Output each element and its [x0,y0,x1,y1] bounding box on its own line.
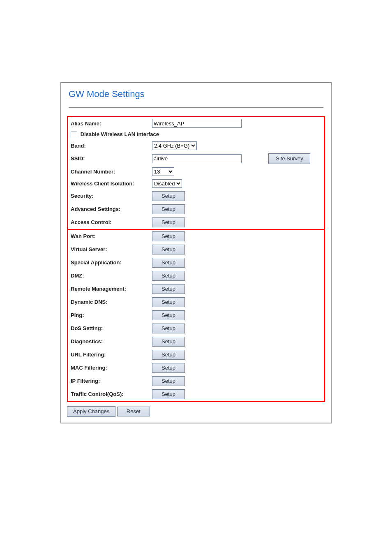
title-text: GW Mode Settings [69,89,145,99]
disable-wlan-label: Disable Wireless LAN Interface [81,131,159,137]
special-application-setup-button[interactable]: Setup [152,258,185,268]
ssid-label: SSID: [68,152,150,166]
ping-setup-button[interactable]: Setup [152,310,185,320]
dynamic-dns-label: Dynamic DNS: [68,296,150,309]
dmz-label: DMZ: [68,269,150,282]
ping-label: Ping: [68,309,150,322]
isolation-label: Wireless Client Isolation: [68,178,150,190]
ip-filtering-label: IP Filtering: [68,375,150,388]
channel-label: Channel Number: [68,166,150,178]
apply-changes-button[interactable]: Apply Changes [67,406,115,417]
mac-filtering-label: MAC Filtering: [68,361,150,375]
gw-mode-settings-panel: GW Mode Settings Alias Name: Disable [60,82,332,423]
url-filtering-label: URL Filtering: [68,348,150,361]
virtual-server-setup-button[interactable]: Setup [152,245,185,254]
remote-management-setup-button[interactable]: Setup [152,284,185,294]
isolation-select[interactable]: Disabled [152,179,182,188]
advanced-settings-setup-button[interactable]: Setup [152,204,185,214]
ssid-input[interactable] [152,154,242,163]
access-control-label: Access Control: [68,216,150,229]
dynamic-dns-setup-button[interactable]: Setup [152,297,185,307]
band-label: Band: [68,140,150,152]
security-label: Security: [68,190,150,203]
diagnostics-label: Diagnostics: [68,335,150,348]
special-application-label: Special Application: [68,256,150,269]
virtual-server-label: Virtual Server: [68,243,150,256]
wan-port-setup-button[interactable]: Setup [152,231,185,241]
mac-filtering-setup-button[interactable]: Setup [152,363,185,373]
band-select[interactable]: 2.4 GHz (B+G) [152,141,197,150]
footer-buttons: Apply Changes Reset [61,402,331,423]
highlighted-settings-area: Alias Name: Disable Wireless LAN Interfa… [67,116,325,402]
access-control-setup-button[interactable]: Setup [152,217,185,227]
channel-select[interactable]: 13 [152,167,174,176]
advanced-settings-label: Advanced Settings: [68,203,150,216]
alias-name-input[interactable] [152,119,242,128]
reset-button[interactable]: Reset [117,407,150,416]
wan-port-label: Wan Port: [68,229,150,243]
dos-setting-setup-button[interactable]: Setup [152,324,185,333]
ip-filtering-setup-button[interactable]: Setup [152,376,185,386]
disable-wlan-checkbox[interactable] [71,132,77,138]
dos-setting-label: DoS Setting: [68,322,150,335]
traffic-control-label: Traffic Control(QoS): [68,388,150,401]
diagnostics-setup-button[interactable]: Setup [152,337,185,347]
alias-name-label: Alias Name: [68,117,150,130]
remote-management-label: Remote Management: [68,282,150,296]
dmz-setup-button[interactable]: Setup [152,271,185,281]
panel-title: GW Mode Settings [61,83,331,112]
traffic-control-setup-button[interactable]: Setup [152,389,185,399]
security-setup-button[interactable]: Setup [152,191,185,201]
url-filtering-setup-button[interactable]: Setup [152,350,185,360]
site-survey-button[interactable]: Site Survey [268,153,310,164]
